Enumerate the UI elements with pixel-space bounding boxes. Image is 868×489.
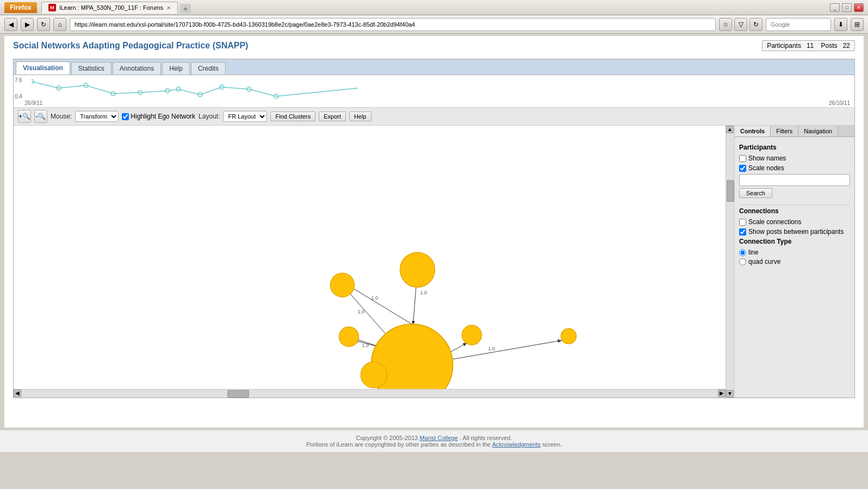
back-button[interactable]: ◀: [4, 18, 17, 31]
fullscreen-icon[interactable]: ⊞: [851, 18, 864, 31]
quad-curve-radio-row: quad curve: [739, 258, 850, 265]
participants-count: 11: [807, 42, 814, 49]
scroll-x[interactable]: ◀ ▶: [14, 389, 726, 398]
main-area: 7.6 0.4 26/9/11 26/10/11 +🔍 -🔍: [13, 75, 855, 398]
tab-visualisation[interactable]: Visualisation: [16, 61, 70, 75]
show-posts-checkbox[interactable]: [739, 228, 746, 236]
connection-type-section-title: Connection Type: [739, 238, 850, 245]
line-radio[interactable]: [739, 249, 746, 256]
svg-point-41: [462, 325, 482, 345]
chart-x-left: 26/9/11: [24, 100, 42, 106]
svg-point-43: [371, 324, 453, 398]
highlight-ego-checkbox[interactable]: [122, 113, 129, 120]
close-button[interactable]: ✕: [854, 3, 864, 12]
quad-curve-label: quad curve: [748, 258, 780, 265]
show-names-checkbox[interactable]: [739, 155, 746, 162]
address-bar-icons: ☆ ▽ ↻: [719, 18, 762, 31]
scale-connections-row: Scale connections: [739, 218, 850, 226]
maximize-button[interactable]: □: [842, 3, 852, 12]
tab-area: M iLearn : MPA_530N_700_11F : Forums ✕ +: [41, 2, 830, 14]
sidebar-tab-filters[interactable]: Filters: [771, 126, 798, 137]
footer-portions: Portions of iLearn are copyrighted by ot…: [306, 441, 492, 448]
browser-titlebar: Firefox M iLearn : MPA_530N_700_11F : Fo…: [0, 0, 868, 15]
minimize-button[interactable]: _: [830, 3, 840, 12]
show-names-label: Show names: [748, 154, 786, 162]
scroll-thumb-y[interactable]: [727, 180, 734, 202]
page-title: Social Networks Adapting Pedagogical Pra…: [13, 41, 248, 51]
footer-acknowledgments-link[interactable]: Acknowledgments: [492, 441, 541, 448]
posts-label: Posts: [821, 42, 838, 49]
sidebar-tab-controls[interactable]: Controls: [735, 126, 771, 137]
tab-annotations[interactable]: Annotations: [113, 62, 161, 75]
zoom-in-button[interactable]: +🔍: [18, 110, 31, 123]
tab-help[interactable]: Help: [162, 62, 190, 75]
refresh-icon[interactable]: ↻: [749, 18, 762, 31]
footer-college-link[interactable]: Marist College: [420, 435, 458, 441]
connections-section-title: Connections: [739, 207, 850, 215]
svg-point-44: [361, 362, 387, 388]
scale-connections-checkbox[interactable]: [739, 219, 746, 226]
browser-toolbar: ◀ ▶ ↻ ⌂ ☆ ▽ ↻ ⬇ ⊞: [0, 15, 868, 34]
graph-area[interactable]: 1.0 1.0 1.0 1.0 0.1 1.0 1.0 1.0: [14, 126, 735, 398]
scroll-thumb-x[interactable]: [227, 390, 249, 398]
download-icon[interactable]: ⬇: [834, 18, 847, 31]
highlight-ego-label[interactable]: Highlight Ego Network: [122, 113, 195, 120]
scroll-y[interactable]: ▲ ▼: [726, 126, 734, 398]
home-button[interactable]: ⌂: [53, 18, 66, 31]
help-button[interactable]: Help: [349, 112, 371, 121]
footer-screen: screen.: [542, 441, 562, 448]
quad-curve-radio[interactable]: [739, 258, 746, 265]
tab-favicon: M: [48, 4, 56, 11]
snapp-meta: Participants 11 Posts 22: [762, 40, 855, 51]
page-content: Social Networks Adapting Pedagogical Pra…: [4, 36, 864, 428]
svg-point-38: [400, 252, 435, 287]
window-controls: _ □ ✕: [830, 3, 864, 12]
bookmark-manage-icon[interactable]: ▽: [734, 18, 747, 31]
posts-count: 22: [843, 42, 850, 49]
sidebar-tabs: Controls Filters Navigation: [735, 126, 854, 137]
chart-x-right: 26/10/11: [829, 100, 850, 106]
show-names-row: Show names: [739, 154, 850, 162]
forward-button[interactable]: ▶: [21, 18, 34, 31]
svg-point-39: [331, 273, 355, 297]
show-posts-row: Show posts between participants: [739, 228, 850, 236]
participants-section-title: Participants: [739, 144, 850, 151]
line-label: line: [748, 249, 759, 256]
bookmark-icon[interactable]: ☆: [719, 18, 732, 31]
footer-rights: . All rights reserved.: [460, 435, 512, 441]
layout-label: Layout:: [199, 113, 220, 120]
controls-bar: +🔍 -🔍 Mouse: Transform Highlight Ego Net…: [14, 108, 854, 126]
browser-tab[interactable]: M iLearn : MPA_530N_700_11F : Forums ✕: [41, 2, 178, 14]
scale-nodes-checkbox[interactable]: [739, 165, 746, 172]
tab-title-text: iLearn : MPA_530N_700_11F : Forums: [59, 4, 163, 11]
show-posts-label: Show posts between participants: [748, 228, 844, 236]
svg-point-40: [339, 327, 359, 346]
sidebar-tab-navigation[interactable]: Navigation: [798, 126, 838, 137]
mouse-label: Mouse:: [51, 113, 72, 120]
firefox-button[interactable]: Firefox: [4, 2, 37, 13]
reload-button[interactable]: ↻: [37, 18, 50, 31]
new-tab-button[interactable]: +: [180, 4, 191, 14]
tab-statistics[interactable]: Statistics: [71, 62, 111, 75]
scale-connections-label: Scale connections: [748, 218, 801, 226]
scale-nodes-label: Scale nodes: [748, 164, 784, 172]
find-clusters-button[interactable]: Find Clusters: [270, 112, 315, 121]
participant-search-button[interactable]: Search: [739, 188, 772, 198]
svg-text:1.0: 1.0: [488, 346, 495, 351]
export-button[interactable]: Export: [319, 112, 346, 121]
tab-credits[interactable]: Credits: [191, 62, 226, 75]
participants-label: Participants: [767, 42, 801, 49]
mouse-select[interactable]: Transform: [75, 111, 119, 122]
viz-container: 1.0 1.0 1.0 1.0 0.1 1.0 1.0 1.0: [14, 126, 854, 398]
address-bar[interactable]: [70, 18, 716, 31]
zoom-out-button[interactable]: -🔍: [34, 110, 47, 123]
mini-chart: 7.6 0.4 26/9/11 26/10/11: [14, 75, 854, 108]
layout-select[interactable]: FR Layout: [223, 111, 267, 122]
chart-y-bottom: 0.4: [15, 94, 22, 100]
search-input[interactable]: [766, 18, 831, 31]
line-radio-row: line: [739, 249, 850, 256]
svg-text:1.0: 1.0: [358, 309, 365, 314]
svg-line-13: [350, 286, 412, 324]
tab-close-icon[interactable]: ✕: [166, 5, 171, 11]
participant-search-input[interactable]: [739, 174, 850, 186]
